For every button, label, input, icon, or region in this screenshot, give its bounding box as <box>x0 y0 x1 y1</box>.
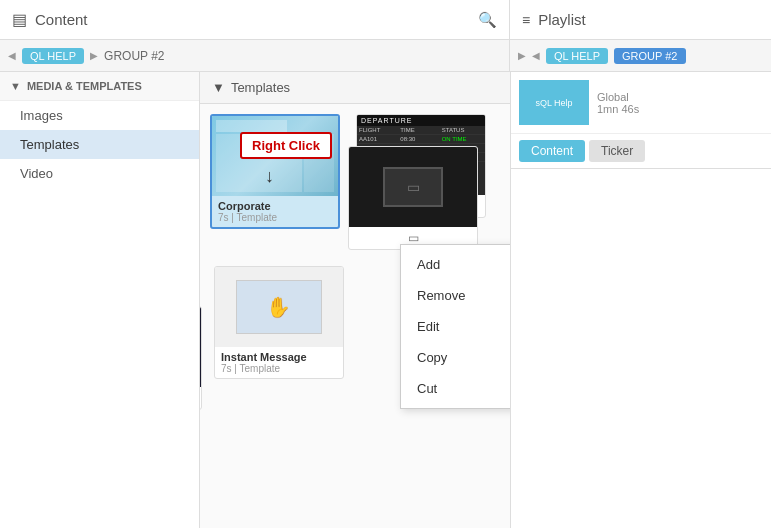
template-grid: Corporate 7s | Template Right Click ↓ DE <box>200 104 510 389</box>
template-info-instant: Instant Message 7s | Template <box>215 347 343 378</box>
context-menu-primary: Add ▶ Remove Edit Copy Cut <box>400 244 510 409</box>
content-ticker-tabs: Content Ticker <box>511 134 771 169</box>
content-section-header: ▼ Templates <box>200 72 510 104</box>
template-item-dashboard[interactable]: ▭ <box>200 306 202 410</box>
template-item-instant[interactable]: ✋ Instant Message 7s | Template <box>214 266 344 379</box>
main-layout: ▼ MEDIA & TEMPLATES Images Templates Vid… <box>0 72 771 528</box>
preview-global-label: Global <box>597 91 763 103</box>
breadcrumb-right-arrow[interactable]: ▶ <box>518 50 526 61</box>
right-click-badge: Right Click <box>240 132 332 159</box>
sidebar-item-templates[interactable]: Templates <box>0 130 199 159</box>
group2-label: GROUP #2 <box>104 49 164 63</box>
context-menu-cut[interactable]: Cut <box>401 373 510 404</box>
right-click-arrow: ↓ <box>265 166 274 187</box>
media-templates-header[interactable]: ▼ MEDIA & TEMPLATES <box>0 72 199 101</box>
instant-meta: 7s | Template <box>221 363 337 374</box>
breadcrumb-right: ▶ ◀ QL HELP GROUP #2 <box>510 40 771 71</box>
template-item-screen[interactable]: ▭ ▭ <box>348 146 478 250</box>
template-meta: 7s | Template <box>218 212 332 223</box>
section-collapse-icon: ▼ <box>10 80 21 92</box>
content-section-label: Templates <box>231 80 290 95</box>
content-icon: ▤ <box>12 10 27 29</box>
sidebar-item-images[interactable]: Images <box>0 101 199 130</box>
top-bar: ▤ Content 🔍 ≡ Playlist <box>0 0 771 40</box>
template-thumb-instant: ✋ <box>215 267 343 347</box>
context-menu-edit[interactable]: Edit <box>401 311 510 342</box>
content-title: ▤ Content <box>12 10 478 29</box>
first-template-wrapper: Corporate 7s | Template Right Click ↓ <box>210 114 340 194</box>
right-panel: sQL Help Global 1mn 46s Content Ticker <box>510 72 771 528</box>
playlist-title: ≡ Playlist <box>522 11 586 28</box>
preview-thumb: sQL Help <box>519 80 589 125</box>
playlist-panel-header: ≡ Playlist <box>510 0 771 39</box>
ql-help-btn-right[interactable]: QL HELP <box>546 48 608 64</box>
template-name: Corporate <box>218 200 332 212</box>
breadcrumb-right-arrow2[interactable]: ◀ <box>532 50 540 61</box>
context-menu-add[interactable]: Add ▶ <box>401 249 510 280</box>
context-menu-remove[interactable]: Remove <box>401 280 510 311</box>
preview-info: Global 1mn 46s <box>597 91 763 115</box>
template-thumb-dashboard <box>200 307 201 387</box>
preview-duration: 1mn 46s <box>597 103 763 115</box>
template-info-corporate: Corporate 7s | Template <box>212 196 338 227</box>
content-section-collapse-icon: ▼ <box>212 80 225 95</box>
content-area: ▼ Templates <box>200 72 510 528</box>
template-info-dashboard: ▭ <box>200 387 201 409</box>
breadcrumb-left-arrow[interactable]: ◀ <box>8 50 16 61</box>
template-thumb-screen: ▭ <box>349 147 477 227</box>
search-icon[interactable]: 🔍 <box>478 11 497 29</box>
sidebar: ▼ MEDIA & TEMPLATES Images Templates Vid… <box>0 72 200 528</box>
playlist-preview: sQL Help Global 1mn 46s <box>511 72 771 134</box>
breadcrumb-bar: ◀ QL HELP ▶ GROUP #2 ▶ ◀ QL HELP GROUP #… <box>0 40 771 72</box>
tab-content[interactable]: Content <box>519 140 585 162</box>
media-templates-section: ▼ MEDIA & TEMPLATES Images Templates Vid… <box>0 72 199 188</box>
breadcrumb-left: ◀ QL HELP ▶ GROUP #2 <box>0 40 510 71</box>
playlist-title-text: Playlist <box>538 11 586 28</box>
content-panel-header: ▤ Content 🔍 <box>0 0 510 39</box>
section-label: MEDIA & TEMPLATES <box>27 80 142 92</box>
context-menu-copy[interactable]: Copy <box>401 342 510 373</box>
sidebar-item-video[interactable]: Video <box>0 159 199 188</box>
breadcrumb-arrow-sep: ▶ <box>90 50 98 61</box>
instant-name: Instant Message <box>221 351 337 363</box>
group2-btn-right[interactable]: GROUP #2 <box>614 48 685 64</box>
context-menu: Add ▶ Remove Edit Copy Cut <box>400 244 510 409</box>
content-title-text: Content <box>35 11 88 28</box>
tab-ticker[interactable]: Ticker <box>589 140 645 162</box>
ql-help-btn[interactable]: QL HELP <box>22 48 84 64</box>
preview-thumb-label: sQL Help <box>535 98 572 108</box>
playlist-icon: ≡ <box>522 12 530 28</box>
